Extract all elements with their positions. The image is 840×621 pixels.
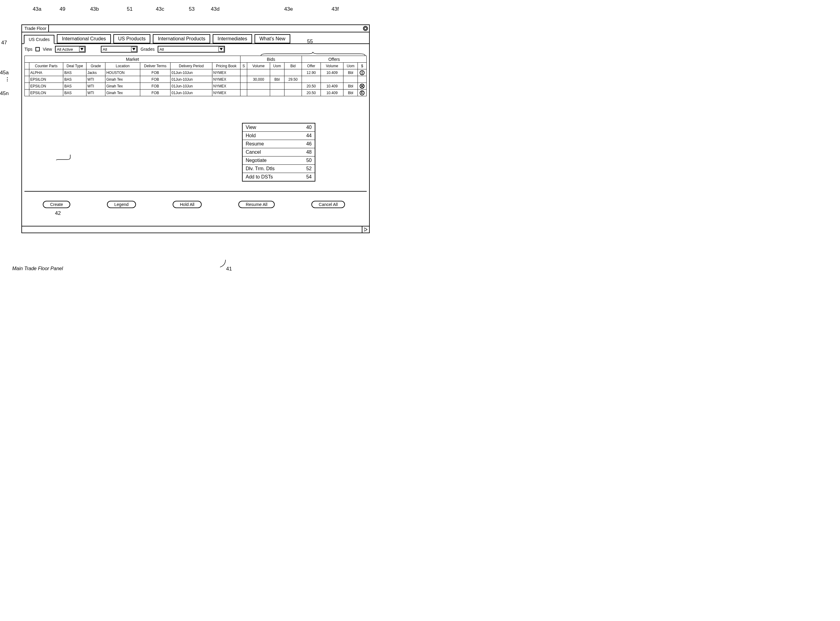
- resume-all-button[interactable]: Resume All: [238, 201, 275, 208]
- grades-dropdown[interactable]: All: [158, 46, 225, 53]
- cell: 30,000: [247, 76, 270, 83]
- ref-53: 53: [189, 6, 195, 12]
- legend-button[interactable]: Legend: [107, 201, 136, 208]
- hold-all-button[interactable]: Hold All: [173, 201, 202, 208]
- window-title: Trade Floor: [23, 26, 48, 31]
- col-group-offers: Offers: [301, 56, 366, 63]
- col-buom: Uom: [270, 63, 284, 70]
- filter2-dropdown[interactable]: All: [101, 46, 138, 53]
- col-group-bids: Bids: [240, 56, 301, 63]
- cell: FOB: [140, 83, 170, 89]
- ref-47: 47: [1, 40, 7, 46]
- tab-international-crudes[interactable]: International Crudes: [57, 34, 110, 43]
- table-row[interactable]: EPSILONBASWTIGinah TexFOB01Jun-10JunNYME…: [25, 83, 367, 89]
- cell: BAS: [63, 76, 86, 83]
- create-button[interactable]: Create: [43, 201, 70, 208]
- cell: FOB: [140, 70, 170, 76]
- context-menu-item[interactable]: View40: [243, 123, 315, 132]
- table-row[interactable]: EPSILONBASWTIGinah TexFOB01Jun-10JunNYME…: [25, 89, 367, 96]
- cell: BAS: [63, 70, 86, 76]
- cell: 29.50: [284, 76, 301, 83]
- context-menu-label: View: [246, 125, 256, 130]
- context-menu-ref: 44: [306, 133, 312, 138]
- context-menu-label: Hold: [246, 133, 256, 138]
- row-action-cell[interactable]: [358, 83, 367, 89]
- trade-floor-window: Trade Floor US Crudes International Crud…: [21, 24, 370, 233]
- cell: [25, 76, 29, 83]
- cell: WTI: [86, 76, 105, 83]
- row-action-icon[interactable]: E: [360, 91, 365, 95]
- svg-marker-2: [220, 48, 223, 50]
- cell: [344, 76, 358, 83]
- cell: EPSILON: [29, 83, 63, 89]
- context-menu-ref: 46: [306, 141, 312, 147]
- context-menu-item[interactable]: Negotiate50: [243, 156, 315, 165]
- view-dropdown[interactable]: All Active: [55, 46, 86, 53]
- context-menu-ref: 48: [306, 150, 312, 155]
- col-act: $: [358, 63, 367, 70]
- cell: [270, 83, 284, 89]
- tab-us-products[interactable]: US Products: [114, 34, 151, 43]
- cell: 20.50: [301, 83, 321, 89]
- cell: EPSILON: [29, 89, 63, 96]
- cell: 12.90: [301, 70, 321, 76]
- target-icon[interactable]: [363, 26, 368, 31]
- context-menu-item[interactable]: Hold44: [243, 132, 315, 140]
- context-menu-item[interactable]: Dlv. Trm. Dtls52: [243, 165, 315, 173]
- cell: [240, 89, 247, 96]
- col-period: Delivery Period: [171, 63, 212, 70]
- cell: NYMEX: [212, 83, 240, 89]
- table-row[interactable]: EPSILONBASWTIGinah TexFOB01Jun-10JunNYME…: [25, 76, 367, 83]
- col-bid: Bid: [284, 63, 301, 70]
- col-group-market: Market: [25, 56, 241, 63]
- cell: [25, 89, 29, 96]
- cell: 01Jun-10Jun: [171, 83, 212, 89]
- context-menu: View40Hold44Resume46Cancel48Negotiate50D…: [242, 123, 315, 182]
- row-action-cell[interactable]: E: [358, 89, 367, 96]
- cell: [25, 70, 29, 76]
- svg-marker-6: [364, 228, 367, 231]
- context-menu-item[interactable]: Add to DSTs54: [243, 173, 315, 181]
- ref-43e: 43e: [284, 6, 293, 12]
- market-table: Market Bids Offers Counter Parts Deal Ty…: [24, 56, 367, 96]
- cell: WTI: [86, 89, 105, 96]
- context-menu-ref: 40: [306, 125, 312, 130]
- tab-intermediates[interactable]: Intermediates: [213, 34, 252, 43]
- row-action-icon[interactable]: [360, 70, 365, 75]
- col-deal: Deal Type: [63, 63, 86, 70]
- cell: 10.409: [321, 70, 343, 76]
- row-action-icon[interactable]: [360, 84, 365, 89]
- brace-55: [260, 52, 366, 56]
- cancel-all-button[interactable]: Cancel All: [311, 201, 345, 208]
- cell: 01Jun-10Jun: [171, 89, 212, 96]
- ref-49: 49: [60, 6, 65, 12]
- cell: Bbl: [344, 83, 358, 89]
- tips-label: Tips: [24, 47, 32, 51]
- context-menu-item[interactable]: Resume46: [243, 140, 315, 148]
- cell: 10.409: [321, 83, 343, 89]
- cell: [321, 76, 343, 83]
- view-dropdown-value: All Active: [57, 47, 78, 51]
- table-row[interactable]: ALPHABASJacksHOUSTONFOB01Jun-10JunNYMEX1…: [25, 70, 367, 76]
- context-menu-item[interactable]: Cancel48: [243, 148, 315, 156]
- col-bvol: Volume: [247, 63, 270, 70]
- tab-international-products[interactable]: International Products: [153, 34, 210, 43]
- col-book: Pricing Book: [212, 63, 240, 70]
- titlebar[interactable]: Trade Floor: [22, 25, 369, 32]
- col-ouom: Uom: [344, 63, 358, 70]
- cell: [247, 70, 270, 76]
- cell: NYMEX: [212, 89, 240, 96]
- cell: [240, 70, 247, 76]
- context-menu-ref: 50: [306, 158, 312, 163]
- row-action-cell[interactable]: [358, 70, 367, 76]
- tips-checkbox[interactable]: [35, 47, 40, 51]
- title-divider: [48, 25, 49, 32]
- row-action-cell[interactable]: [358, 76, 367, 83]
- cell: FOB: [140, 89, 170, 96]
- cell: NYMEX: [212, 70, 240, 76]
- tab-us-crudes[interactable]: US Crudes: [24, 35, 54, 44]
- tab-bar: US Crudes International Crudes US Produc…: [22, 32, 369, 43]
- context-menu-label: Dlv. Trm. Dtls: [246, 166, 275, 171]
- scroll-right-button[interactable]: [362, 226, 369, 233]
- tab-whats-new[interactable]: What's New: [254, 34, 290, 43]
